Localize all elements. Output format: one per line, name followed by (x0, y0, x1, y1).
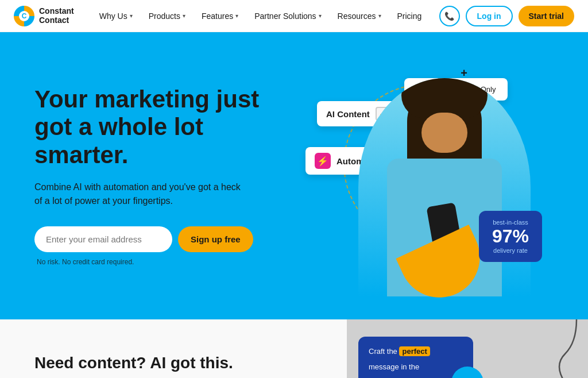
lightning-icon: ⚡ (315, 153, 331, 169)
chevron-down-icon: ▾ (183, 13, 185, 19)
chevron-down-icon: ▾ (235, 13, 238, 19)
email-input[interactable] (34, 226, 172, 252)
logo[interactable]: C Constant Contact (14, 6, 74, 26)
nav-why-us[interactable]: Why Us ▾ (92, 7, 140, 25)
nav-pricing[interactable]: Pricing (390, 7, 429, 25)
delivery-label-bot: delivery rate (489, 247, 532, 254)
squiggle-decoration (531, 319, 588, 378)
signup-button[interactable]: Sign up free (178, 226, 253, 252)
delivery-rate-badge: best-in-class 97% delivery rate (479, 211, 542, 262)
nav-features[interactable]: Features ▾ (195, 7, 245, 25)
navbar: C Constant Contact Why Us ▾ Products ▾ F… (0, 0, 588, 32)
hero-title: Your marketing just got a whole lot smar… (34, 86, 294, 169)
logo-line2: Contact (39, 16, 74, 25)
delivery-rate: 97% (489, 226, 532, 247)
chevron-down-icon: ▾ (319, 13, 322, 19)
no-risk-text: No risk. No credit card required. (37, 258, 294, 266)
hero-section: Your marketing just got a whole lot smar… (0, 32, 588, 319)
nav-resources[interactable]: Resources ▾ (331, 7, 388, 25)
start-trial-button[interactable]: Start trial (519, 6, 574, 26)
lower-right: Craft the perfect message in the blink o… (347, 319, 588, 378)
logo-icon: C (14, 6, 34, 26)
phone-button[interactable]: 📞 (439, 6, 460, 26)
chevron-down-icon: ▾ (378, 13, 381, 19)
lower-title: Need content? AI got this. (34, 354, 312, 372)
chevron-down-icon: ▾ (130, 13, 133, 19)
lower-left: Need content? AI got this. Build your st… (0, 319, 347, 378)
nav-partner-solutions[interactable]: Partner Solutions ▾ (247, 7, 328, 25)
nav-products[interactable]: Products ▾ (142, 7, 192, 25)
phone-icon: 📞 (444, 11, 454, 21)
lower-section: Need content? AI got this. Build your st… (0, 319, 588, 378)
nav-actions: 📞 Log in Start trial (439, 6, 574, 26)
nav-links: Why Us ▾ Products ▾ Features ▾ Partner S… (92, 7, 439, 25)
delivery-label-top: best-in-class (489, 219, 532, 226)
logo-line1: Constant (39, 7, 74, 16)
login-button[interactable]: Log in (466, 6, 513, 26)
hero-subtitle: Combine AI with automation and you've go… (34, 180, 241, 208)
hero-right: AI Content ✓ ⚡ Automation Tools + ✉ Big … (294, 55, 554, 296)
email-form: Sign up free (34, 226, 294, 252)
hero-left: Your marketing just got a whole lot smar… (34, 86, 294, 266)
